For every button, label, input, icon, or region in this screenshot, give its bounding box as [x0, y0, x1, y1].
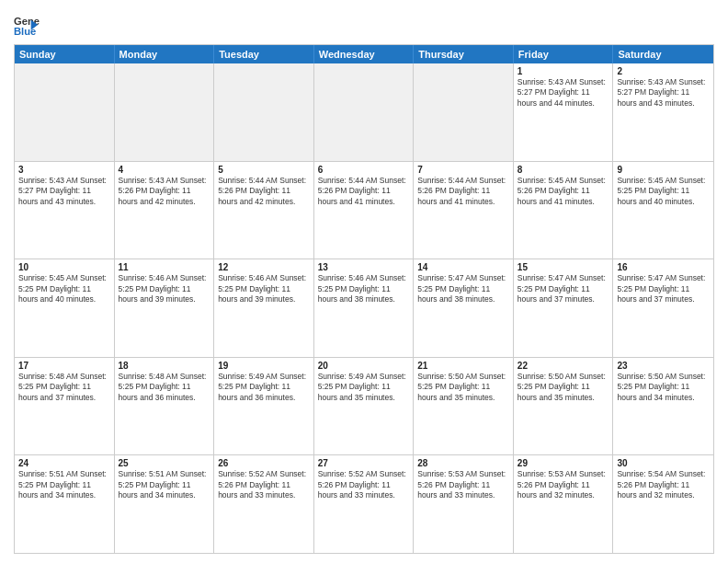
- day-number: 20: [318, 361, 410, 371]
- calendar-cell: 1Sunrise: 5:43 AM Sunset: 5:27 PM Daylig…: [514, 63, 614, 161]
- day-info: Sunrise: 5:53 AM Sunset: 5:26 PM Dayligh…: [518, 469, 609, 500]
- calendar-cell: 30Sunrise: 5:54 AM Sunset: 5:26 PM Dayli…: [613, 455, 713, 553]
- day-info: Sunrise: 5:44 AM Sunset: 5:26 PM Dayligh…: [218, 176, 310, 207]
- day-info: Sunrise: 5:43 AM Sunset: 5:27 PM Dayligh…: [617, 77, 710, 109]
- weekday-header-friday: Friday: [514, 45, 614, 63]
- calendar-cell: 3Sunrise: 5:43 AM Sunset: 5:27 PM Daylig…: [15, 162, 115, 259]
- calendar-cell: 24Sunrise: 5:51 AM Sunset: 5:25 PM Dayli…: [15, 455, 115, 553]
- day-number: 8: [518, 165, 609, 175]
- weekday-header-thursday: Thursday: [414, 45, 514, 63]
- calendar-cell: 25Sunrise: 5:51 AM Sunset: 5:25 PM Dayli…: [115, 455, 215, 553]
- calendar-cell: 13Sunrise: 5:46 AM Sunset: 5:25 PM Dayli…: [314, 259, 415, 357]
- day-info: Sunrise: 5:43 AM Sunset: 5:27 PM Dayligh…: [518, 77, 609, 109]
- day-number: 19: [218, 361, 310, 371]
- day-info: Sunrise: 5:46 AM Sunset: 5:25 PM Dayligh…: [318, 273, 410, 304]
- weekday-header-monday: Monday: [115, 45, 215, 63]
- weekday-header-saturday: Saturday: [613, 45, 713, 63]
- day-number: 29: [518, 458, 609, 468]
- calendar-cell: 17Sunrise: 5:48 AM Sunset: 5:25 PM Dayli…: [15, 358, 115, 455]
- logo-icon: General Blue: [14, 13, 40, 39]
- day-info: Sunrise: 5:49 AM Sunset: 5:25 PM Dayligh…: [318, 372, 410, 403]
- day-number: 24: [18, 458, 110, 468]
- day-number: 18: [119, 361, 210, 371]
- calendar-cell: 28Sunrise: 5:53 AM Sunset: 5:26 PM Dayli…: [414, 455, 514, 553]
- calendar-cell: [15, 63, 115, 161]
- weekday-header-sunday: Sunday: [15, 45, 115, 63]
- day-info: Sunrise: 5:51 AM Sunset: 5:25 PM Dayligh…: [18, 469, 110, 500]
- day-info: Sunrise: 5:50 AM Sunset: 5:25 PM Dayligh…: [417, 372, 509, 403]
- day-number: 1: [518, 66, 609, 76]
- day-info: Sunrise: 5:51 AM Sunset: 5:25 PM Dayligh…: [119, 469, 210, 500]
- day-info: Sunrise: 5:43 AM Sunset: 5:26 PM Dayligh…: [119, 176, 210, 207]
- calendar-cell: 23Sunrise: 5:50 AM Sunset: 5:25 PM Dayli…: [613, 358, 713, 455]
- calendar-cell: 5Sunrise: 5:44 AM Sunset: 5:26 PM Daylig…: [214, 162, 314, 259]
- calendar-cell: 10Sunrise: 5:45 AM Sunset: 5:25 PM Dayli…: [15, 259, 115, 357]
- day-info: Sunrise: 5:47 AM Sunset: 5:25 PM Dayligh…: [617, 273, 710, 304]
- calendar-row-0: 1Sunrise: 5:43 AM Sunset: 5:27 PM Daylig…: [15, 63, 713, 161]
- day-info: Sunrise: 5:44 AM Sunset: 5:26 PM Dayligh…: [417, 176, 509, 207]
- day-number: 16: [617, 262, 710, 272]
- day-number: 23: [617, 361, 710, 371]
- calendar-cell: 29Sunrise: 5:53 AM Sunset: 5:26 PM Dayli…: [514, 455, 614, 553]
- calendar-cell: 15Sunrise: 5:47 AM Sunset: 5:25 PM Dayli…: [514, 259, 614, 357]
- calendar: SundayMondayTuesdayWednesdayThursdayFrid…: [14, 44, 714, 554]
- day-number: 10: [18, 262, 110, 272]
- day-number: 11: [119, 262, 210, 272]
- calendar-cell: [115, 63, 215, 161]
- calendar-header: SundayMondayTuesdayWednesdayThursdayFrid…: [15, 45, 713, 63]
- calendar-cell: 22Sunrise: 5:50 AM Sunset: 5:25 PM Dayli…: [514, 358, 614, 455]
- day-number: 15: [518, 262, 609, 272]
- day-info: Sunrise: 5:47 AM Sunset: 5:25 PM Dayligh…: [518, 273, 609, 304]
- calendar-cell: 14Sunrise: 5:47 AM Sunset: 5:25 PM Dayli…: [414, 259, 514, 357]
- day-info: Sunrise: 5:52 AM Sunset: 5:26 PM Dayligh…: [218, 469, 310, 500]
- day-info: Sunrise: 5:45 AM Sunset: 5:25 PM Dayligh…: [18, 273, 110, 304]
- page: General Blue SundayMondayTuesdayWednesda…: [0, 0, 728, 563]
- calendar-body: 1Sunrise: 5:43 AM Sunset: 5:27 PM Daylig…: [15, 63, 713, 553]
- day-info: Sunrise: 5:48 AM Sunset: 5:25 PM Dayligh…: [119, 372, 210, 403]
- day-number: 22: [518, 361, 609, 371]
- calendar-row-2: 10Sunrise: 5:45 AM Sunset: 5:25 PM Dayli…: [15, 259, 713, 357]
- calendar-cell: 9Sunrise: 5:45 AM Sunset: 5:25 PM Daylig…: [613, 162, 713, 259]
- header: General Blue: [14, 9, 714, 39]
- day-number: 17: [18, 361, 110, 371]
- day-number: 30: [617, 458, 710, 468]
- day-info: Sunrise: 5:46 AM Sunset: 5:25 PM Dayligh…: [218, 273, 310, 304]
- day-number: 26: [218, 458, 310, 468]
- day-number: 5: [218, 165, 310, 175]
- calendar-cell: 6Sunrise: 5:44 AM Sunset: 5:26 PM Daylig…: [314, 162, 415, 259]
- calendar-cell: 27Sunrise: 5:52 AM Sunset: 5:26 PM Dayli…: [314, 455, 415, 553]
- calendar-cell: [414, 63, 514, 161]
- day-number: 7: [417, 165, 509, 175]
- day-number: 2: [617, 66, 710, 76]
- weekday-header-tuesday: Tuesday: [214, 45, 314, 63]
- calendar-row-4: 24Sunrise: 5:51 AM Sunset: 5:25 PM Dayli…: [15, 454, 713, 553]
- day-number: 21: [417, 361, 509, 371]
- day-info: Sunrise: 5:50 AM Sunset: 5:25 PM Dayligh…: [518, 372, 609, 403]
- day-info: Sunrise: 5:44 AM Sunset: 5:26 PM Dayligh…: [318, 176, 410, 207]
- day-number: 27: [318, 458, 410, 468]
- day-info: Sunrise: 5:54 AM Sunset: 5:26 PM Dayligh…: [617, 469, 710, 500]
- day-number: 13: [318, 262, 410, 272]
- calendar-cell: 7Sunrise: 5:44 AM Sunset: 5:26 PM Daylig…: [414, 162, 514, 259]
- day-info: Sunrise: 5:50 AM Sunset: 5:25 PM Dayligh…: [617, 372, 710, 403]
- day-number: 6: [318, 165, 410, 175]
- day-number: 25: [119, 458, 210, 468]
- day-number: 12: [218, 262, 310, 272]
- day-number: 9: [617, 165, 710, 175]
- calendar-cell: 12Sunrise: 5:46 AM Sunset: 5:25 PM Dayli…: [214, 259, 314, 357]
- calendar-row-1: 3Sunrise: 5:43 AM Sunset: 5:27 PM Daylig…: [15, 161, 713, 259]
- day-number: 28: [417, 458, 509, 468]
- calendar-cell: 4Sunrise: 5:43 AM Sunset: 5:26 PM Daylig…: [115, 162, 215, 259]
- calendar-cell: 26Sunrise: 5:52 AM Sunset: 5:26 PM Dayli…: [214, 455, 314, 553]
- calendar-cell: 11Sunrise: 5:46 AM Sunset: 5:25 PM Dayli…: [115, 259, 215, 357]
- day-info: Sunrise: 5:47 AM Sunset: 5:25 PM Dayligh…: [417, 273, 509, 304]
- day-number: 4: [119, 165, 210, 175]
- calendar-cell: [314, 63, 415, 161]
- day-info: Sunrise: 5:46 AM Sunset: 5:25 PM Dayligh…: [119, 273, 210, 304]
- day-info: Sunrise: 5:49 AM Sunset: 5:25 PM Dayligh…: [218, 372, 310, 403]
- day-info: Sunrise: 5:48 AM Sunset: 5:25 PM Dayligh…: [18, 372, 110, 403]
- day-info: Sunrise: 5:53 AM Sunset: 5:26 PM Dayligh…: [417, 469, 509, 500]
- calendar-cell: 8Sunrise: 5:45 AM Sunset: 5:26 PM Daylig…: [514, 162, 614, 259]
- calendar-cell: 2Sunrise: 5:43 AM Sunset: 5:27 PM Daylig…: [613, 63, 713, 161]
- logo: General Blue: [14, 13, 40, 39]
